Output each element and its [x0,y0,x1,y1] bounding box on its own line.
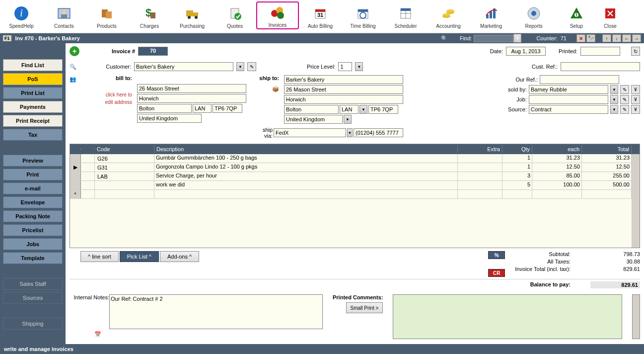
cell-extra[interactable] [458,154,502,163]
bill-state[interactable] [193,104,212,113]
nav-binoculars[interactable]: 🔭 [586,34,595,42]
table-row[interactable]: ▶▼Gorgonzola Campo Lindo 12 - 100 g pkgs… [70,163,632,172]
customer-edit[interactable]: ✎ [247,62,256,71]
search-icon-2[interactable]: 🔍 [70,64,79,70]
row-handle[interactable]: ▶ [70,163,81,172]
new-row-handle[interactable]: * [70,190,81,198]
side-find-list[interactable]: Find List [3,59,63,71]
pick-list-button[interactable]: Pick List ^ [120,251,159,262]
calendar-small-icon[interactable]: 📅 [94,331,323,338]
cell-each[interactable]: 85.00 [532,172,582,180]
source-filter[interactable]: ¥ [631,105,640,114]
toolbar-purchasing[interactable]: Purchasing [171,0,214,33]
small-print-button[interactable]: Small Print > [346,302,383,313]
toolbar-invoices[interactable]: Invoices [256,1,299,29]
toolbar-close[interactable]: Close [598,0,623,33]
toolbar-scheduler[interactable]: Scheduler [384,0,427,33]
job-edit[interactable]: ✎ [620,95,629,104]
row-handle[interactable] [70,154,81,163]
cell-qty[interactable]: 1 [502,154,532,163]
ship-l2[interactable] [284,95,403,104]
line-sort-button[interactable]: ^ line sort [80,251,119,262]
source-edit[interactable]: ✎ [620,105,629,114]
toolbar-quotes[interactable]: Quotes [214,0,256,33]
our-ref-field[interactable] [540,75,619,84]
side-jobs[interactable]: Jobs [3,238,63,250]
ship-country-dropdown[interactable]: ▼ [344,115,352,124]
row-check[interactable] [81,172,95,180]
toolbar-charges[interactable]: $ Charges [128,0,171,33]
toolbar-reports[interactable]: Reports [512,0,555,33]
sold-by-dropdown[interactable]: ▼ [610,85,618,94]
new-invoice-button[interactable]: + [70,46,79,56]
nav-down[interactable]: ↓ [612,34,621,42]
toolbar-marketing[interactable]: Marketing [470,0,512,33]
toolbar-speedhelp[interactable]: i SpeedHelp [0,0,43,33]
price-level-dropdown[interactable]: ▼ [355,62,363,71]
ship-via-field[interactable] [274,128,346,137]
table-row[interactable]: ▼Service Charge, per hour385.00255.00 [70,172,632,181]
side-shipping[interactable]: Shipping [3,318,63,330]
nav-next[interactable]: → [632,34,641,42]
job-filter[interactable]: ¥ [631,95,640,104]
cell-code[interactable]: ▼ [95,181,154,189]
side-tax[interactable]: Tax [3,129,63,141]
customer-dropdown[interactable]: ▼ [236,62,244,71]
cell-desc[interactable]: Service Charge, per hour [154,172,458,180]
side-template[interactable]: Template [3,252,63,264]
search-icon[interactable]: 🔍 [441,35,448,42]
find-input[interactable] [474,35,513,42]
side-sales-staff[interactable]: Sales Staff [3,278,63,290]
side-sources[interactable]: Sources [3,292,63,304]
toolbar-timebilling[interactable]: Time Billing [342,0,384,33]
date-field[interactable] [506,47,546,56]
source-field[interactable] [529,105,608,114]
row-handle[interactable] [70,181,81,189]
percent-tag[interactable]: % [488,251,505,259]
row-check[interactable] [81,154,95,163]
cust-ref-field[interactable] [561,62,640,71]
bill-country[interactable] [137,114,202,123]
bill-zip[interactable] [213,104,242,113]
refresh-button[interactable]: ↻ [631,47,640,56]
ship-phone[interactable] [354,128,403,137]
ship-city[interactable] [284,105,339,114]
comments-scrollbar[interactable] [632,294,640,339]
bill-l2[interactable] [137,94,246,103]
cell-total[interactable]: 255.00 [582,172,632,180]
edit-hint-1[interactable]: click here to [84,92,132,97]
sold-by-filter[interactable]: ¥ [631,85,640,94]
cell-extra[interactable] [458,172,502,180]
side-print-receipt[interactable]: Print Receipt [3,115,63,127]
cell-each[interactable]: 100.00 [532,181,582,189]
toolbar-setup[interactable]: ! Setup [555,0,598,33]
cell-total[interactable]: 31.23 [582,154,632,163]
cell-each[interactable]: 12.50 [532,163,582,172]
bill-l1[interactable] [137,84,246,93]
cell-extra[interactable] [458,181,502,189]
ship-country[interactable] [284,115,343,124]
side-pricelist[interactable]: Pricelist [3,224,63,236]
cell-extra[interactable] [458,163,502,172]
cell-total[interactable]: 500.00 [582,181,632,189]
cell-desc[interactable]: Gumbär Gummibärchen 100 - 250 g bags [154,154,458,163]
addons-button[interactable]: Add-ons ^ [160,251,199,262]
side-pos[interactable]: PoS [3,73,63,85]
source-dropdown[interactable]: ▼ [610,105,618,114]
price-level-field[interactable] [338,62,352,71]
toolbar-contacts[interactable]: Contacts [43,0,85,33]
grid-scrollbar[interactable] [632,154,640,248]
new-row[interactable]: *▼ [70,190,632,199]
side-email[interactable]: e-mail [3,182,63,194]
row-handle[interactable] [70,172,81,180]
printed-comments-box[interactable] [393,294,622,339]
cell-code[interactable]: ▼ [95,163,154,172]
toolbar-accounting[interactable]: Accounting [427,0,470,33]
side-payments[interactable]: Payments [3,101,63,113]
customer-field[interactable] [134,62,233,71]
side-envelope[interactable]: Envelope [3,196,63,208]
ship-state[interactable] [340,105,358,114]
cell-total[interactable]: 12.50 [582,163,632,172]
nav-tool-1[interactable]: ✕ [576,34,585,42]
cell-code[interactable]: ▼ [95,172,154,180]
